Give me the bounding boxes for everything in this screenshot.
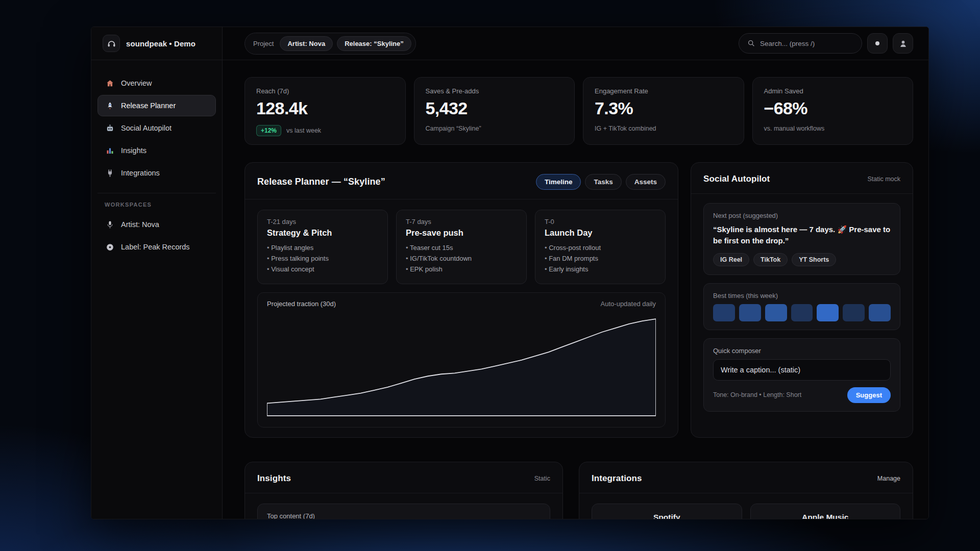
social-title: Social Autopilot — [703, 174, 770, 184]
phase-item: Teaser cut 15s — [406, 242, 517, 253]
kpi-sub-text: IG + TikTok combined — [595, 125, 656, 132]
sidebar-item-insights[interactable]: Insights — [97, 140, 216, 161]
best-time-cell-4[interactable] — [791, 304, 813, 321]
integration-card-apple-music[interactable]: Apple Music — [750, 504, 901, 519]
suggest-button[interactable]: Suggest — [847, 387, 891, 403]
quick-composer-card: Quick composer Tone: On-brand • Length: … — [703, 338, 900, 412]
brand-row: soundpeak • Demo — [91, 27, 222, 60]
phase-title: Strategy & Pitch — [267, 228, 378, 238]
platform-chip-tiktok[interactable]: TikTok — [753, 253, 788, 266]
phase-item: Cross-post rollout — [545, 242, 656, 253]
composer-meta: Tone: On-brand • Length: Short — [713, 391, 801, 398]
app-window: soundpeak • Demo Overview Release Planne… — [91, 27, 929, 519]
search-input[interactable] — [760, 40, 853, 47]
tab-tasks[interactable]: Tasks — [585, 174, 621, 190]
sidebar-item-label: Social Autopilot — [121, 124, 172, 132]
chart-title: Projected traction (30d) — [267, 300, 336, 308]
sidebar-item-label: Release Planner — [121, 102, 176, 110]
divider — [245, 493, 562, 493]
kpi-card-reach: Reach (7d) 128.4k +12% vs last week — [244, 77, 406, 145]
chart-note: Auto-updated daily — [601, 300, 656, 308]
account-button[interactable] — [893, 33, 913, 54]
artist-chip[interactable]: Artist: Nova — [280, 36, 333, 51]
integrations-title: Integrations — [592, 473, 642, 484]
phase-item: Playlist angles — [267, 242, 378, 253]
phase-item: Press talking points — [267, 253, 378, 264]
topbar: Project Artist: Nova Release: “Skyline” — [223, 27, 928, 60]
disc-icon — [105, 243, 114, 252]
best-times-grid — [713, 304, 891, 321]
phase-item: Early insights — [545, 264, 656, 274]
kpi-sub-text: vs last week — [286, 127, 321, 134]
traction-line — [267, 319, 656, 416]
tab-assets[interactable]: Assets — [626, 174, 666, 190]
workspace-item-artist[interactable]: Artist: Nova — [97, 214, 216, 235]
search-icon — [747, 39, 755, 47]
plug-icon — [105, 169, 114, 178]
workspace-item-label-peak-records[interactable]: Label: Peak Records — [97, 236, 216, 258]
project-label: Project — [253, 40, 274, 47]
kpi-value: 128.4k — [256, 98, 394, 118]
manage-link[interactable]: Manage — [877, 475, 900, 482]
house-icon — [105, 79, 114, 88]
phase-card-t7: T-7 days Pre-save push Teaser cut 15s IG… — [396, 210, 527, 284]
kpi-label: Saves & Pre-adds — [426, 87, 564, 95]
workspace-item-label: Artist: Nova — [121, 220, 159, 229]
sidebar: soundpeak • Demo Overview Release Planne… — [91, 27, 223, 519]
kpi-label: Engagement Rate — [595, 87, 732, 95]
dot-icon — [875, 41, 879, 45]
best-times-label: Best times (this week) — [713, 292, 891, 299]
platform-chip-ig-reel[interactable]: IG Reel — [713, 253, 749, 266]
phase-item: Visual concept — [267, 264, 378, 274]
phase-row: T-21 days Strategy & Pitch Playlist angl… — [257, 210, 666, 284]
platform-chips: IG Reel TikTok YT Shorts — [713, 253, 891, 266]
workspaces-heading: WORKSPACES — [91, 202, 222, 208]
planner-tabs: Timeline Tasks Assets — [536, 174, 666, 190]
sidebar-item-integrations[interactable]: Integrations — [97, 162, 216, 184]
sidebar-item-social-autopilot[interactable]: Social Autopilot — [97, 117, 216, 139]
divider — [691, 193, 913, 194]
robot-icon — [105, 124, 114, 133]
kpi-delta-badge: +12% — [256, 125, 281, 136]
best-time-cell-6[interactable] — [843, 304, 865, 321]
next-post-label: Next post (suggested) — [713, 212, 891, 219]
social-autopilot-panel: Social Autopilot Static mock Next post (… — [691, 162, 913, 438]
phase-eta: T-0 — [545, 218, 656, 226]
integration-card-spotify[interactable]: Spotify — [592, 504, 742, 519]
status-dot-button[interactable] — [867, 33, 888, 54]
top-content-label: Top content (7d) — [267, 512, 541, 519]
best-time-cell-5[interactable] — [817, 304, 839, 321]
insights-title: Insights — [257, 473, 291, 484]
phase-eta: T-7 days — [406, 218, 517, 226]
topbar-actions — [739, 33, 913, 54]
sidebar-item-overview[interactable]: Overview — [97, 72, 216, 94]
sidebar-divider — [97, 193, 216, 193]
brand-name: soundpeak • Demo — [126, 39, 195, 48]
best-time-cell-7[interactable] — [869, 304, 891, 321]
composer-label: Quick composer — [713, 347, 891, 355]
caption-input[interactable] — [713, 359, 891, 381]
tab-timeline[interactable]: Timeline — [536, 174, 581, 190]
best-time-cell-3[interactable] — [765, 304, 787, 321]
sidebar-item-label: Overview — [121, 79, 152, 87]
microphone-icon — [105, 220, 114, 229]
kpi-card-saves: Saves & Pre-adds 5,432 Campaign “Skyline… — [414, 77, 575, 145]
next-post-text: “Skyline is almost here — 7 days. 🚀 Pre-… — [713, 224, 891, 246]
phase-title: Pre-save push — [406, 228, 517, 238]
release-planner-panel: Release Planner — “Skyline” Timeline Tas… — [244, 162, 678, 438]
headphones-icon — [103, 35, 120, 52]
best-time-cell-1[interactable] — [713, 304, 735, 321]
platform-chip-yt-shorts[interactable]: YT Shorts — [792, 253, 836, 266]
sidebar-nav: Overview Release Planner Social Autopilo… — [91, 60, 222, 184]
release-chip[interactable]: Release: “Skyline” — [337, 36, 411, 51]
content: Reach (7d) 128.4k +12% vs last week Save… — [223, 60, 928, 519]
phase-card-t0: T-0 Launch Day Cross-post rollout Fan DM… — [535, 210, 666, 284]
social-badge: Static mock — [867, 176, 900, 183]
phase-card-t21: T-21 days Strategy & Pitch Playlist angl… — [257, 210, 388, 284]
divider — [579, 493, 913, 493]
top-content-card: Top content (7d) — [257, 504, 550, 519]
kpi-value: 5,432 — [426, 98, 564, 118]
best-time-cell-2[interactable] — [739, 304, 761, 321]
sidebar-item-release-planner[interactable]: Release Planner — [97, 95, 216, 116]
divider — [245, 199, 678, 199]
